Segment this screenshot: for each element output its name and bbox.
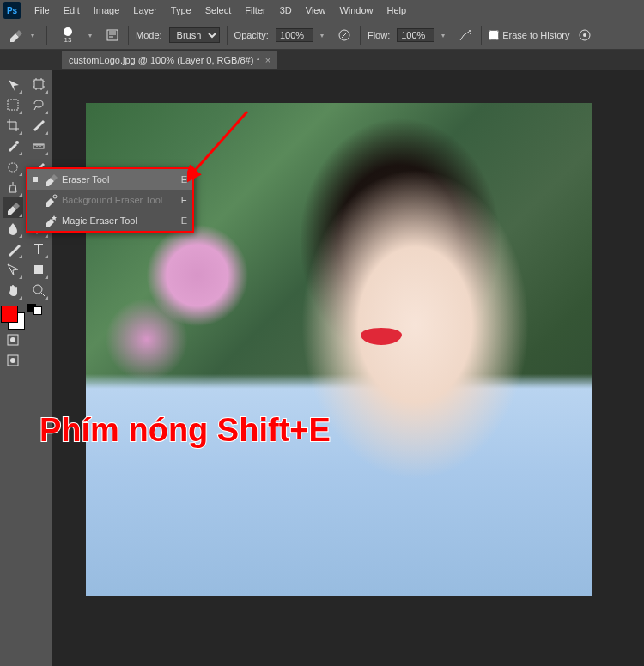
brush-panel-icon[interactable] xyxy=(104,27,121,44)
close-icon[interactable]: × xyxy=(265,55,270,65)
brush-size-label: 13 xyxy=(64,36,72,44)
tool-path-sel[interactable] xyxy=(3,259,23,280)
opacity-label: Opacity: xyxy=(234,30,269,40)
toolbar-col-right xyxy=(26,70,52,666)
flyout-item-eraser[interactable]: Eraser ToolE xyxy=(27,169,192,190)
menu-select[interactable]: Select xyxy=(198,5,239,15)
menubar: Ps FileEditImageLayerTypeSelectFilter3DV… xyxy=(0,0,644,21)
app-logo: Ps xyxy=(3,2,21,19)
flyout-item-bg-eraser[interactable]: Background Eraser ToolE xyxy=(27,190,192,210)
menu-type[interactable]: Type xyxy=(164,5,198,15)
tool-clone[interactable] xyxy=(3,177,23,197)
erase-history-label: Erase to History xyxy=(502,30,569,40)
tool-move[interactable] xyxy=(3,74,23,94)
mode-label: Mode: xyxy=(136,30,162,40)
pressure-opacity-icon[interactable] xyxy=(336,27,353,44)
tool-eyedropper[interactable] xyxy=(3,136,23,156)
svg-point-3 xyxy=(470,33,471,34)
menu-view[interactable]: View xyxy=(299,5,333,15)
menu-image[interactable]: Image xyxy=(87,5,127,15)
flyout-shortcut: E xyxy=(181,195,187,205)
mode-select[interactable]: Brush xyxy=(169,27,220,43)
magic-eraser-icon xyxy=(43,213,58,228)
menu-window[interactable]: Window xyxy=(332,5,380,15)
erase-history-input[interactable] xyxy=(489,30,499,40)
svg-point-11 xyxy=(10,358,15,363)
flyout-label: Background Eraser Tool xyxy=(62,195,181,205)
menu-file[interactable]: File xyxy=(27,5,57,15)
tool-eraser[interactable] xyxy=(3,197,23,218)
tool-shape[interactable] xyxy=(28,259,49,280)
options-bar: ▾ 13 ▾ Mode: Brush Opacity: 100% ▾ Flow:… xyxy=(0,21,644,50)
erase-to-history-checkbox[interactable]: Erase to History xyxy=(489,30,569,40)
svg-point-2 xyxy=(469,30,471,32)
tool-screenmode[interactable] xyxy=(3,350,23,371)
flyout-label: Magic Eraser Tool xyxy=(62,215,181,226)
chevron-down-icon[interactable]: ▾ xyxy=(88,32,97,39)
tool-quickmask[interactable] xyxy=(3,330,23,350)
eraser-tool-icon[interactable] xyxy=(7,27,24,44)
tool-zoom[interactable] xyxy=(28,280,49,300)
menu-edit[interactable]: Edit xyxy=(57,5,87,15)
flow-label: Flow: xyxy=(368,30,390,40)
tool-slice[interactable] xyxy=(28,115,49,136)
document-tab[interactable]: customLogo.jpg @ 100% (Layer 0, RGB/8#) … xyxy=(62,51,277,69)
tool-blur[interactable] xyxy=(3,218,23,239)
tool-pen[interactable] xyxy=(3,239,23,259)
annotation-caption: Phím nóng Shift+E xyxy=(39,412,331,449)
eraser-icon xyxy=(43,172,58,187)
chevron-down-icon[interactable]: ▾ xyxy=(320,32,329,39)
flyout-label: Eraser Tool xyxy=(62,174,181,185)
tool-artboard[interactable] xyxy=(28,74,49,94)
tool-patch[interactable] xyxy=(3,156,23,177)
flyout-item-magic-eraser[interactable]: Magic Eraser ToolE xyxy=(27,210,192,231)
toolbar-col-left xyxy=(0,70,26,666)
flyout-shortcut: E xyxy=(181,174,187,185)
chevron-down-icon[interactable]: ▾ xyxy=(441,32,450,39)
pressure-size-icon[interactable] xyxy=(576,27,593,44)
default-colors-icon[interactable] xyxy=(27,304,50,316)
svg-rect-12 xyxy=(34,80,43,88)
tool-hand[interactable] xyxy=(3,280,23,300)
tool-crop[interactable] xyxy=(3,115,23,136)
tool-type[interactable] xyxy=(28,239,49,259)
tool-ruler[interactable] xyxy=(28,136,49,156)
svg-point-18 xyxy=(33,285,42,294)
bg-eraser-icon xyxy=(43,192,58,208)
tool-lasso[interactable] xyxy=(28,94,49,115)
svg-rect-6 xyxy=(8,100,18,110)
chevron-down-icon[interactable]: ▾ xyxy=(31,32,39,39)
eraser-tool-flyout: Eraser ToolEBackground Eraser ToolEMagic… xyxy=(26,167,194,233)
menu-help[interactable]: Help xyxy=(380,5,414,15)
flow-input[interactable]: 100% xyxy=(397,28,434,42)
svg-rect-17 xyxy=(34,265,43,274)
svg-point-9 xyxy=(10,337,15,342)
svg-point-19 xyxy=(53,195,57,198)
menu-3d[interactable]: 3D xyxy=(273,5,299,15)
tool-marquee[interactable] xyxy=(3,94,23,115)
svg-point-7 xyxy=(15,141,19,144)
svg-point-5 xyxy=(583,33,586,37)
menu-layer[interactable]: Layer xyxy=(126,5,164,15)
menu-filter[interactable]: Filter xyxy=(238,5,272,15)
opacity-input[interactable]: 100% xyxy=(276,28,313,42)
airbrush-icon[interactable] xyxy=(457,27,474,44)
color-swatch[interactable] xyxy=(1,306,25,330)
flyout-shortcut: E xyxy=(181,215,187,226)
document-title: customLogo.jpg @ 100% (Layer 0, RGB/8#) … xyxy=(69,55,260,65)
brush-preset-picker[interactable]: 13 xyxy=(54,21,82,49)
document-tabbar: customLogo.jpg @ 100% (Layer 0, RGB/8#) … xyxy=(0,50,644,70)
